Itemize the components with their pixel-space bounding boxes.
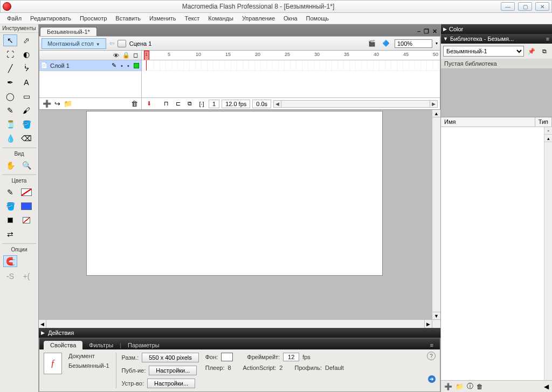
workspace-button[interactable]: Монтажный стол▼ xyxy=(42,38,106,49)
stage-canvas[interactable] xyxy=(86,111,383,276)
doc-minimize-button[interactable]: – xyxy=(417,28,420,35)
timeline-hscroll[interactable]: ◀ ▶ xyxy=(273,100,438,108)
zoom-dropdown-icon[interactable]: ▾ xyxy=(436,41,438,46)
delete-layer-button[interactable]: 🗑 xyxy=(131,100,138,108)
background-swatch[interactable] xyxy=(221,353,233,361)
zoom-select[interactable] xyxy=(395,39,432,48)
pin-library-icon[interactable]: 📌 xyxy=(526,46,537,57)
document-tab[interactable]: Безымянный-1* xyxy=(40,27,97,36)
timeline-ruler[interactable]: 1 5 10 15 20 25 30 35 40 45 50 55 xyxy=(142,51,440,60)
stroke-swatch[interactable] xyxy=(19,186,33,198)
stage-vscroll[interactable]: ▲ ▼ xyxy=(432,110,440,319)
collapse-icon[interactable]: ▼ xyxy=(443,36,448,41)
scroll-left-icon[interactable]: ◀ xyxy=(544,383,549,390)
col-type[interactable]: Тип xyxy=(535,117,552,127)
edit-scene-icon[interactable]: 🎬 xyxy=(367,38,377,49)
stage-hscroll[interactable]: ◀ ▶ xyxy=(39,319,432,328)
menu-window[interactable]: Окна xyxy=(280,14,301,23)
layer-name[interactable]: Слой 1 xyxy=(49,62,109,69)
snap-to-objects-button[interactable]: 🧲 xyxy=(3,255,17,267)
framerate-input[interactable] xyxy=(283,353,299,361)
info-icon[interactable]: ➔ xyxy=(428,375,436,383)
text-tool[interactable]: A xyxy=(19,76,33,88)
menu-file[interactable]: Файл xyxy=(3,14,25,23)
onion-skin-outlines-icon[interactable]: ⊏ xyxy=(173,99,183,109)
stage-area[interactable] xyxy=(39,110,432,319)
lasso-tool[interactable]: ᔮ xyxy=(19,62,33,74)
doc-close-button[interactable]: ✕ xyxy=(432,28,437,35)
tab-parameters[interactable]: Параметры xyxy=(121,341,166,349)
publish-settings-button[interactable]: Настройки... xyxy=(149,366,197,375)
zoom-tool[interactable]: 🔍 xyxy=(19,159,33,171)
library-vscroll[interactable]: ▫ ▴ xyxy=(544,127,552,380)
panel-options-icon[interactable]: ≡ xyxy=(546,36,550,42)
device-settings-button[interactable]: Настройки... xyxy=(147,379,195,388)
black-white-button[interactable] xyxy=(3,214,17,226)
brush-tool[interactable]: 🖌 xyxy=(19,104,33,116)
actions-panel-header[interactable]: ▶ Действия xyxy=(39,328,440,338)
fill-swatch[interactable] xyxy=(19,200,33,212)
expand-icon[interactable]: ▶ xyxy=(41,330,45,335)
scroll-box-icon[interactable]: ▫ xyxy=(544,127,552,135)
stroke-color-icon[interactable]: ✎ xyxy=(3,186,17,198)
layer-row[interactable]: 📄 Слой 1 ✎ • • xyxy=(39,60,141,71)
no-color-button[interactable] xyxy=(19,214,33,226)
new-library-panel-icon[interactable]: ⧉ xyxy=(539,46,550,57)
timeline-frame-row[interactable] xyxy=(142,60,440,71)
onion-skin-icon[interactable]: ⊓ xyxy=(161,99,171,109)
new-folder-button[interactable]: 📁 xyxy=(456,383,464,390)
menu-view[interactable]: Просмотр xyxy=(76,14,111,23)
menu-control[interactable]: Управление xyxy=(238,14,279,23)
menu-text[interactable]: Текст xyxy=(181,14,204,23)
show-hide-icon[interactable]: 👁 xyxy=(113,52,119,59)
size-button[interactable]: 550 x 400 pixels xyxy=(142,353,199,362)
scroll-right-icon[interactable]: ▶ xyxy=(424,320,432,328)
layer-outline-swatch[interactable] xyxy=(134,63,139,68)
close-button[interactable]: ✕ xyxy=(535,2,549,11)
selection-tool[interactable]: ↖ xyxy=(3,34,17,46)
scroll-left-icon[interactable]: ◀ xyxy=(39,320,46,328)
scroll-up-icon[interactable]: ▴ xyxy=(544,135,552,142)
ink-bottle-tool[interactable]: 🫙 xyxy=(3,118,17,130)
minimize-button[interactable]: — xyxy=(501,2,515,11)
library-list[interactable]: ▫ ▴ xyxy=(441,127,552,380)
insert-folder-button[interactable]: 📁 xyxy=(64,100,72,108)
library-document-select[interactable]: Безымянный-1 xyxy=(443,46,524,57)
delete-button[interactable]: 🗑 xyxy=(477,383,483,390)
menu-insert[interactable]: Вставить xyxy=(112,14,144,23)
line-tool[interactable]: ╱ xyxy=(3,62,17,74)
layer-lock-dot[interactable]: • xyxy=(125,62,132,69)
swap-colors-button[interactable]: ⇄ xyxy=(3,228,17,240)
eraser-tool[interactable]: ⌫ xyxy=(19,132,33,144)
hand-tool[interactable]: ✋ xyxy=(3,159,17,171)
modify-onion-markers-icon[interactable]: [·] xyxy=(197,99,206,109)
lock-icon[interactable]: 🔒 xyxy=(122,52,130,59)
subselection-tool[interactable]: ⬀ xyxy=(19,34,33,46)
oval-tool[interactable]: ◯ xyxy=(3,90,17,102)
new-symbol-button[interactable]: ➕ xyxy=(444,383,452,390)
scroll-right-icon[interactable]: ▶ xyxy=(430,101,437,107)
back-icon[interactable]: ⇦ xyxy=(109,40,114,47)
edit-symbols-icon[interactable]: 🔷 xyxy=(381,38,391,49)
expand-icon[interactable]: ▶ xyxy=(443,26,447,32)
tab-properties[interactable]: Свойства xyxy=(44,341,82,349)
maximize-button[interactable]: ▢ xyxy=(518,2,532,11)
menu-edit[interactable]: Редактировать xyxy=(26,14,75,23)
properties-button[interactable]: ⓘ xyxy=(467,382,473,391)
col-name[interactable]: Имя xyxy=(441,117,535,127)
add-motion-guide-button[interactable]: ↪ xyxy=(54,100,60,108)
scroll-down-icon[interactable]: ▼ xyxy=(432,312,440,319)
color-panel-header[interactable]: ▶ Color xyxy=(441,24,552,34)
tab-filters[interactable]: Фильтры xyxy=(82,341,120,349)
help-icon[interactable]: ? xyxy=(427,352,436,360)
edit-multiple-frames-icon[interactable]: ⧉ xyxy=(185,99,195,109)
scroll-left-icon[interactable]: ◀ xyxy=(274,101,281,107)
pencil-tool[interactable]: ✎ xyxy=(3,104,17,116)
insert-layer-button[interactable]: ➕ xyxy=(43,100,51,108)
panel-options-icon[interactable]: ≡ xyxy=(424,341,440,349)
center-frame-icon[interactable]: ⬇ xyxy=(144,99,154,109)
pen-tool[interactable]: ✒ xyxy=(3,76,17,88)
scroll-up-icon[interactable]: ▲ xyxy=(432,110,440,117)
menu-commands[interactable]: Команды xyxy=(204,14,237,23)
menu-modify[interactable]: Изменить xyxy=(146,14,180,23)
